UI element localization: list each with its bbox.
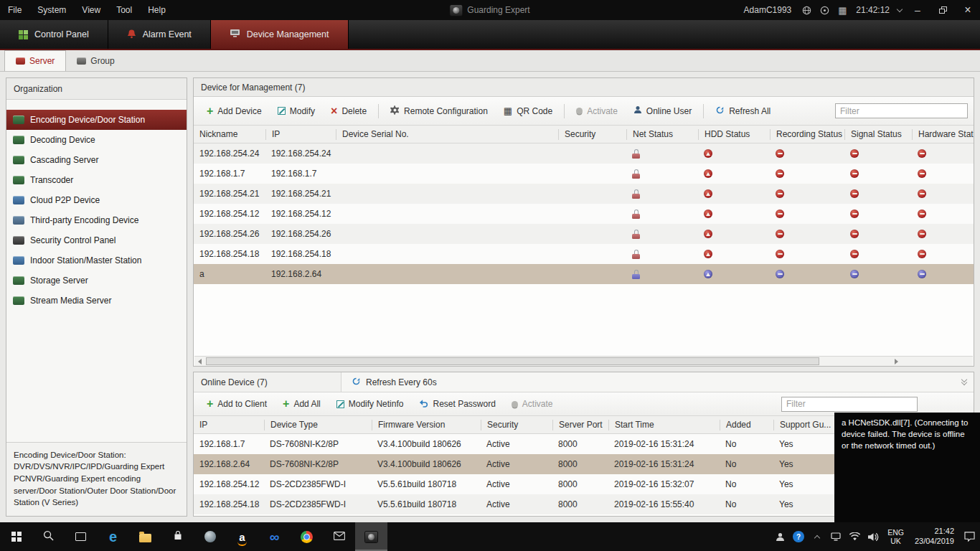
column-header[interactable]: Recording Status [770, 129, 844, 140]
device-row[interactable]: 192.168.254.26 192.168.254.26 [194, 224, 974, 244]
device-row[interactable]: 192.168.254.21 192.168.254.21 [194, 184, 974, 204]
file-explorer-taskbar-button[interactable] [129, 522, 161, 551]
keypad-icon[interactable] [837, 4, 848, 16]
chrome-taskbar-button[interactable] [291, 522, 323, 551]
device-row-selected[interactable]: a 192.168.2.64 [194, 264, 974, 284]
org-item-third-party-encoding[interactable]: Third-party Encoding Device [6, 210, 187, 230]
menu-system[interactable]: System [29, 5, 74, 15]
org-item-security-control-panel[interactable]: Security Control Panel [6, 230, 187, 250]
restore-button[interactable] [933, 0, 952, 20]
column-header[interactable]: Nickname [194, 129, 265, 140]
column-header[interactable]: HDD Status [698, 129, 770, 140]
refresh-all-button[interactable]: Refresh All [708, 103, 778, 120]
menu-view[interactable]: View [74, 5, 108, 15]
modify-button[interactable]: Modify [270, 103, 322, 120]
column-header[interactable]: IP [265, 129, 336, 140]
network-icon[interactable] [829, 530, 842, 543]
store-taskbar-button[interactable] [161, 522, 194, 551]
action-center-icon[interactable] [963, 530, 976, 543]
hidden-icons-chevron[interactable] [811, 530, 824, 543]
refresh-every-60s-button[interactable]: Refresh Every 60s [341, 372, 447, 392]
org-item-storage-server[interactable]: Storage Server [6, 270, 187, 291]
folder-icon [139, 534, 151, 542]
add-to-client-button[interactable]: Add to Client [199, 395, 274, 413]
modify-netinfo-button[interactable]: Modify Netinfo [329, 395, 411, 413]
column-header[interactable]: Device Type [264, 420, 372, 430]
qr-code-button[interactable]: QR Code [496, 103, 560, 120]
column-header[interactable]: Hardware Statu... [912, 129, 974, 140]
org-item-decoding-device[interactable]: Decoding Device [6, 130, 187, 150]
organization-description: Encoding Device/Door Station: DVR/DVS/NV… [6, 443, 187, 516]
windows-logo-icon [11, 532, 22, 542]
column-header[interactable]: Added [720, 420, 773, 430]
column-header[interactable]: Net Status [626, 129, 698, 140]
horizontal-scrollbar[interactable] [194, 356, 973, 366]
reset-password-button[interactable]: Reset Password [412, 395, 502, 413]
subtab-server[interactable]: Server [4, 50, 66, 71]
disc-icon[interactable] [819, 4, 830, 16]
menu-file[interactable]: File [0, 5, 29, 15]
infinity-app-taskbar-button[interactable] [258, 522, 291, 551]
column-header[interactable]: Server Port [552, 420, 608, 430]
collapse-panel-button[interactable] [962, 372, 974, 392]
menu-help[interactable]: Help [140, 5, 174, 15]
menu-tool[interactable]: Tool [108, 5, 140, 15]
scroll-left-arrow[interactable] [194, 357, 204, 366]
close-button[interactable] [958, 0, 977, 20]
delete-button[interactable]: Delete [324, 103, 374, 120]
tab-alarm-event[interactable]: Alarm Event [108, 20, 211, 49]
activate-button[interactable]: Activate [569, 103, 625, 120]
column-header[interactable]: Start Time [608, 420, 720, 430]
subtab-group[interactable]: Group [66, 50, 125, 71]
org-item-encoding-device[interactable]: Encoding Device/Door Station [6, 110, 187, 130]
scrollbar-thumb[interactable] [206, 357, 819, 365]
task-view-button[interactable] [65, 522, 97, 551]
search-button[interactable] [32, 522, 65, 551]
taskbar-clock[interactable]: 21:42 23/04/2019 [912, 527, 957, 547]
cell-recording-status [770, 270, 844, 278]
cell-server-port: 8000 [552, 459, 608, 469]
org-item-indoor-station[interactable]: Indoor Station/Master Station [6, 250, 187, 270]
mail-taskbar-button[interactable] [323, 522, 355, 551]
remote-configuration-button[interactable]: Remote Configuration [383, 103, 495, 120]
column-header[interactable]: Security [481, 420, 552, 430]
column-header[interactable]: Security [558, 129, 626, 140]
steam-taskbar-button[interactable] [194, 522, 226, 551]
org-item-stream-media-server[interactable]: Stream Media Server [6, 291, 187, 311]
online-filter-input[interactable] [781, 397, 918, 412]
chevron-down-icon[interactable] [897, 6, 903, 11]
org-item-transcoder[interactable]: Transcoder [6, 170, 187, 190]
tab-device-management[interactable]: Device Management [211, 20, 349, 49]
globe-icon[interactable] [801, 4, 812, 16]
device-row[interactable]: 192.168.254.18 192.168.254.18 [194, 244, 974, 264]
online-user-button[interactable]: Online User [626, 103, 699, 120]
volume-icon[interactable] [867, 530, 880, 543]
add-device-button[interactable]: Add Device [199, 103, 269, 120]
activate-online-button[interactable]: Activate [504, 395, 560, 413]
column-header[interactable]: Firmware Version [372, 420, 481, 430]
column-header[interactable]: Device Serial No. [336, 129, 558, 140]
help-icon[interactable] [792, 530, 805, 543]
org-item-label: Indoor Station/Master Station [30, 255, 141, 265]
edge-taskbar-button[interactable] [97, 522, 129, 551]
device-filter-input[interactable] [835, 103, 968, 118]
amazon-taskbar-button[interactable] [226, 522, 258, 551]
org-item-cloud-p2p[interactable]: Cloud P2P Device [6, 190, 187, 210]
add-all-button[interactable]: Add All [275, 395, 328, 413]
org-item-cascading-server[interactable]: Cascading Server [6, 150, 187, 170]
guarding-expert-taskbar-button[interactable] [355, 522, 387, 551]
recording-status-icon [776, 189, 784, 198]
scroll-right-arrow[interactable] [819, 357, 973, 366]
wifi-icon[interactable] [848, 530, 861, 543]
tab-control-panel[interactable]: Control Panel [0, 20, 108, 49]
minimize-button[interactable] [908, 0, 927, 20]
start-button[interactable] [0, 522, 32, 551]
language-indicator[interactable]: ENG UK [885, 528, 906, 545]
people-icon[interactable] [773, 530, 786, 543]
taskbar: ENG UK 21:42 23/04/2019 [0, 522, 980, 551]
column-header[interactable]: IP [194, 420, 264, 430]
column-header[interactable]: Signal Status [844, 129, 912, 140]
device-row[interactable]: 192.168.254.24 192.168.254.24 [194, 143, 974, 164]
device-row[interactable]: 192.168.1.7 192.168.1.7 [194, 164, 974, 184]
device-row[interactable]: 192.168.254.12 192.168.254.12 [194, 204, 974, 224]
